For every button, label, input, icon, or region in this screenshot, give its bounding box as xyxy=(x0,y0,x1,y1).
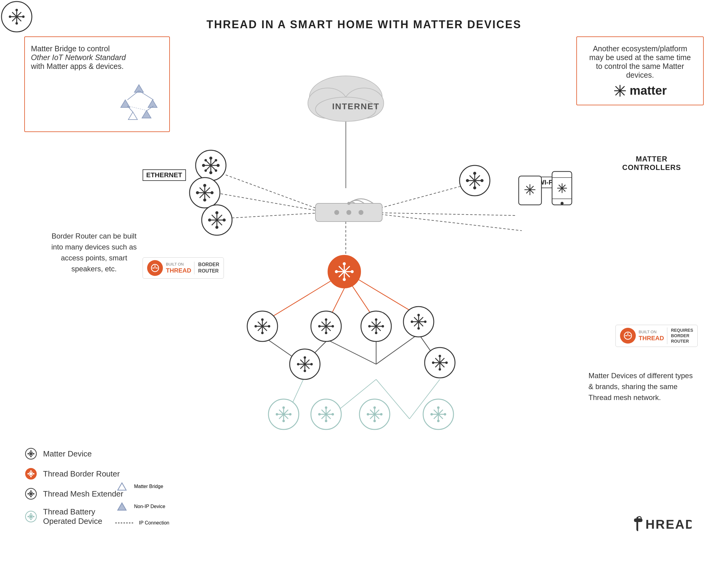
svg-point-246 xyxy=(437,406,440,409)
svg-point-48 xyxy=(30,513,32,515)
svg-line-218 xyxy=(279,410,288,419)
svg-point-151 xyxy=(247,311,278,342)
svg-point-111 xyxy=(202,205,232,235)
svg-point-149 xyxy=(335,270,338,273)
svg-point-239 xyxy=(367,413,369,416)
svg-point-42 xyxy=(30,496,32,497)
info-right-text2: may be used at the same time xyxy=(589,53,691,62)
svg-point-147 xyxy=(343,262,346,265)
ip-connection-icon xyxy=(115,520,133,526)
legend-ip-connection: IP Connection xyxy=(115,520,169,526)
svg-point-168 xyxy=(325,332,327,334)
svg-line-172 xyxy=(372,322,381,331)
svg-line-67 xyxy=(352,285,376,322)
built-on-thread-badge-1: BUILT ON THREAD BORDERROUTER xyxy=(143,257,224,278)
info-box-left: Matter Bridge to control Other IoT Netwo… xyxy=(24,36,170,132)
svg-point-100 xyxy=(215,169,217,172)
svg-point-96 xyxy=(202,164,205,167)
svg-point-98 xyxy=(215,159,217,161)
svg-point-120 xyxy=(460,165,490,196)
svg-point-238 xyxy=(380,413,383,416)
matter-controllers-label: MATTERCONTROLLERS xyxy=(622,155,681,172)
svg-point-127 xyxy=(466,179,469,182)
legend-label-matter-device: Matter Device xyxy=(43,449,92,459)
svg-point-109 xyxy=(196,191,199,194)
svg-line-70 xyxy=(303,340,328,364)
non-ip-device-icon xyxy=(115,500,129,513)
svg-line-209 xyxy=(435,358,444,367)
svg-point-107 xyxy=(203,184,206,187)
svg-line-74 xyxy=(419,334,440,364)
svg-point-41 xyxy=(28,493,29,495)
legend-label-matter-bridge: Matter Bridge xyxy=(134,484,163,489)
legend-battery-device: Thread BatteryOperated Device xyxy=(24,507,123,526)
svg-point-125 xyxy=(473,172,476,175)
svg-point-160 xyxy=(311,311,341,342)
svg-line-145 xyxy=(339,266,350,277)
info-left-text3: with Matter apps & devices. xyxy=(31,62,124,70)
legend-border-router: Thread Border Router xyxy=(24,467,123,480)
svg-line-78 xyxy=(409,379,440,419)
svg-line-244 xyxy=(434,410,443,419)
svg-point-194 xyxy=(297,363,299,366)
svg-point-150 xyxy=(343,278,346,281)
svg-marker-3 xyxy=(128,112,137,120)
svg-point-249 xyxy=(437,420,440,422)
svg-point-94 xyxy=(209,157,212,160)
svg-point-210 xyxy=(439,355,441,357)
svg-point-213 xyxy=(439,368,441,371)
svg-point-241 xyxy=(423,399,453,430)
legend: Matter Device Thread Border Router xyxy=(24,447,123,533)
svg-line-7 xyxy=(127,106,133,112)
svg-line-245 xyxy=(434,410,443,419)
svg-line-60 xyxy=(364,182,476,212)
legend-label-non-ip-device: Non-IP Device xyxy=(134,504,165,509)
legend-label-border-router: Thread Border Router xyxy=(43,469,120,479)
svg-point-212 xyxy=(432,362,434,364)
svg-point-174 xyxy=(375,319,377,321)
svg-point-126 xyxy=(480,179,484,182)
matter-device-icon xyxy=(24,447,38,460)
svg-line-6 xyxy=(139,91,153,100)
svg-point-205 xyxy=(425,348,455,378)
svg-point-40 xyxy=(33,493,35,495)
svg-line-124 xyxy=(470,175,480,186)
svg-line-140 xyxy=(559,185,565,191)
svg-point-97 xyxy=(209,171,212,174)
svg-line-155 xyxy=(258,322,267,331)
svg-line-75 xyxy=(285,379,303,419)
svg-line-93 xyxy=(206,160,216,170)
svg-line-173 xyxy=(372,322,381,331)
svg-point-247 xyxy=(444,413,446,416)
svg-point-99 xyxy=(204,159,207,161)
svg-point-176 xyxy=(368,325,371,328)
legend-non-ip-device: Non-IP Device xyxy=(115,500,169,513)
svg-line-154 xyxy=(258,322,267,331)
svg-line-132 xyxy=(526,186,534,193)
svg-point-220 xyxy=(289,413,292,416)
svg-line-141 xyxy=(559,185,565,191)
svg-text:INTERNET: INTERNET xyxy=(332,102,379,111)
svg-point-222 xyxy=(282,420,285,422)
legend-col2: Matter Bridge Non-IP Device IP Connectio… xyxy=(115,480,169,533)
svg-point-229 xyxy=(332,413,334,416)
svg-point-223 xyxy=(311,399,341,430)
svg-point-148 xyxy=(351,270,354,273)
svg-point-137 xyxy=(561,202,564,205)
svg-point-50 xyxy=(28,516,29,518)
svg-point-177 xyxy=(375,332,377,334)
svg-line-77 xyxy=(376,379,409,419)
badge-text-1: BUILT ON THREAD xyxy=(166,262,191,274)
svg-point-95 xyxy=(217,164,220,167)
built-on-thread-badge-2: BUILT ON THREAD REQUIRESBORDERROUTER xyxy=(615,325,698,347)
svg-point-117 xyxy=(223,218,226,221)
svg-marker-4 xyxy=(142,110,151,118)
battery-device-icon xyxy=(24,510,38,523)
svg-line-105 xyxy=(200,187,210,198)
info-box-right: Another ecosystem/platform may be used a… xyxy=(576,36,704,105)
svg-marker-53 xyxy=(118,503,126,510)
svg-point-192 xyxy=(304,356,306,359)
svg-point-237 xyxy=(373,406,376,409)
svg-point-169 xyxy=(361,311,391,342)
svg-point-211 xyxy=(445,362,448,364)
